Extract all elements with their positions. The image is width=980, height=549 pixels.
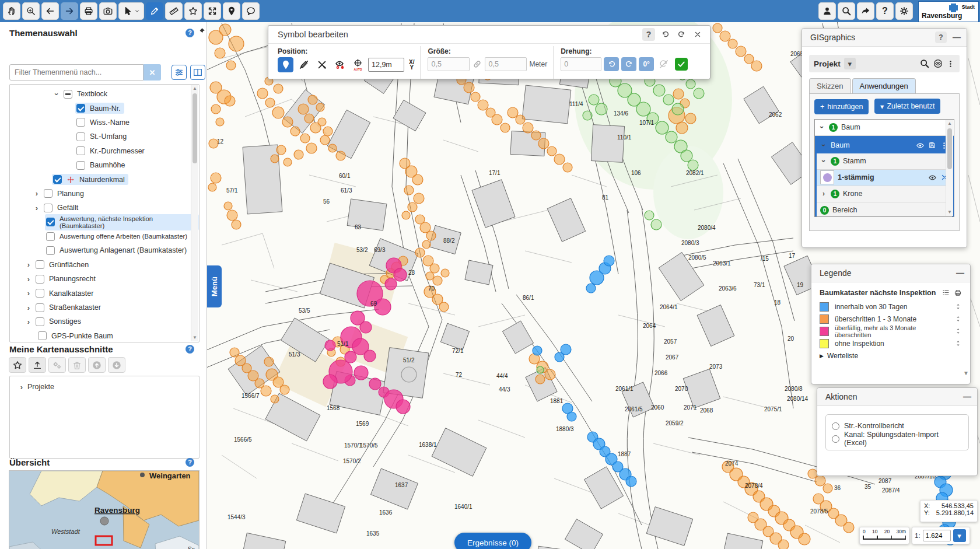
checkbox-unchecked[interactable] (76, 118, 85, 127)
add-application-button[interactable]: + hinzufügen (814, 99, 869, 114)
tree-point[interactable] (430, 264, 439, 273)
chevron-right-icon[interactable]: › (23, 303, 34, 312)
gis-visibility-icon[interactable] (933, 59, 943, 68)
legend-header[interactable]: Legende — (811, 264, 970, 282)
tree-point[interactable] (673, 89, 684, 99)
updown-icon[interactable] (954, 315, 962, 323)
updown-icon[interactable] (954, 340, 962, 347)
tree-point[interactable] (672, 103, 684, 115)
tree-point[interactable] (300, 134, 310, 143)
map-view-item[interactable]: ›Projekte (10, 380, 199, 394)
tree-point[interactable] (402, 211, 410, 219)
gis-help-button[interactable]: ? (935, 32, 947, 43)
tree-point[interactable] (666, 131, 677, 143)
tree-point[interactable] (586, 284, 596, 293)
tree-point[interactable] (656, 121, 668, 134)
tree-point[interactable] (501, 123, 510, 132)
tree-point[interactable] (636, 102, 650, 116)
tree-point[interactable] (276, 145, 286, 155)
sidebar-pin-icon[interactable] (197, 27, 206, 37)
theme-tree-row[interactable]: Baumhöhe (10, 158, 199, 172)
arrow-right-button[interactable] (61, 2, 78, 20)
pencil-off-button[interactable] (296, 57, 312, 72)
tree-point[interactable] (320, 135, 330, 145)
tree-point[interactable] (401, 367, 416, 382)
tree-point[interactable] (227, 210, 237, 221)
tree-point[interactable] (415, 248, 425, 257)
tree-point[interactable] (211, 173, 221, 183)
search-button[interactable] (838, 2, 855, 20)
theme-tree-row[interactable]: GPS-Punkte Baum (10, 329, 199, 342)
tree-point[interactable] (408, 202, 417, 212)
checkbox-checked[interactable] (76, 104, 85, 113)
tree-point[interactable] (751, 61, 762, 71)
ruler-button[interactable] (165, 2, 183, 20)
tree-point[interactable] (538, 138, 549, 149)
tree-point[interactable] (396, 400, 410, 414)
user-button[interactable] (818, 2, 836, 20)
map-pin-button[interactable] (223, 2, 240, 20)
tree-point[interactable] (808, 469, 817, 478)
speech-bubble-button[interactable] (242, 2, 260, 20)
tree-point[interactable] (225, 96, 235, 106)
tree-point[interactable] (653, 85, 665, 96)
theme-tree-row[interactable]: Auswertung offene Arbeiten (Baumkataster… (10, 229, 199, 243)
tree-point[interactable] (439, 302, 449, 312)
size-height-input[interactable] (485, 57, 527, 71)
tree-point[interactable] (385, 278, 397, 290)
tree-point[interactable] (815, 475, 825, 486)
app-tree-scrollbar[interactable]: ▲▼ (946, 120, 953, 216)
theme-tree-row[interactable]: St.-Umfang (10, 130, 199, 144)
floppy-icon[interactable] (928, 141, 936, 149)
tree-point[interactable] (589, 95, 599, 105)
tree-point[interactable] (685, 113, 696, 124)
tree-point[interactable] (404, 186, 414, 195)
circle-up-button[interactable] (88, 357, 106, 373)
tree-point[interactable] (412, 174, 423, 185)
tree-point[interactable] (563, 163, 572, 172)
chevron-down-icon[interactable]: › (51, 90, 62, 99)
tree-point[interactable] (318, 118, 326, 126)
chevron-right-icon[interactable]: › (23, 289, 34, 298)
tree-point[interactable] (282, 117, 293, 127)
tree-point[interactable] (713, 23, 722, 33)
tree-point[interactable] (536, 375, 545, 384)
filter-clear-button[interactable]: ✕ (144, 64, 161, 81)
radio-unchecked[interactable] (832, 422, 839, 430)
center-auto-button[interactable]: AUTO (350, 57, 366, 72)
gear-button[interactable] (895, 2, 913, 20)
tree-point[interactable] (261, 386, 271, 396)
updown-icon[interactable] (954, 327, 962, 335)
tree-point[interactable] (284, 158, 292, 166)
star-button[interactable] (9, 357, 26, 373)
tree-point[interactable] (208, 183, 216, 191)
legend-print-icon[interactable] (954, 289, 962, 297)
tree-point[interactable] (464, 82, 474, 93)
tree-point[interactable] (533, 346, 542, 355)
chevron-right-icon[interactable]: › (23, 260, 34, 269)
tree-point[interactable] (271, 395, 279, 403)
themes-help-icon[interactable]: ? (186, 28, 194, 37)
tree-point[interactable] (651, 219, 662, 230)
tree-point[interactable] (306, 143, 317, 153)
app-tree-row-stamm[interactable]: ›1Stamm (817, 153, 952, 170)
checkbox-unchecked[interactable] (76, 161, 85, 170)
tree-point[interactable] (537, 366, 544, 373)
layout-columns-button[interactable] (190, 65, 205, 80)
tree-point[interactable] (686, 79, 695, 89)
link-icon[interactable] (472, 59, 482, 69)
gis-kebab-icon[interactable] (946, 60, 955, 68)
tree-point[interactable] (345, 351, 356, 363)
tree-point[interactable] (280, 385, 289, 394)
tree-point[interactable] (744, 54, 754, 64)
tree-point[interactable] (645, 211, 654, 220)
dialog-redo-button[interactable] (675, 28, 688, 41)
tree-point[interactable] (823, 484, 832, 493)
dialog-help-button[interactable]: ? (642, 28, 655, 41)
project-dropdown-button[interactable]: ▾ (844, 58, 856, 69)
tree-point[interactable] (374, 299, 391, 315)
legend-scroll-down-icon[interactable]: ▼ (963, 370, 969, 376)
results-button[interactable]: Ergebnisse (0) (454, 533, 531, 549)
checkbox-unchecked[interactable] (36, 260, 44, 269)
checkbox-unchecked[interactable] (36, 289, 44, 298)
